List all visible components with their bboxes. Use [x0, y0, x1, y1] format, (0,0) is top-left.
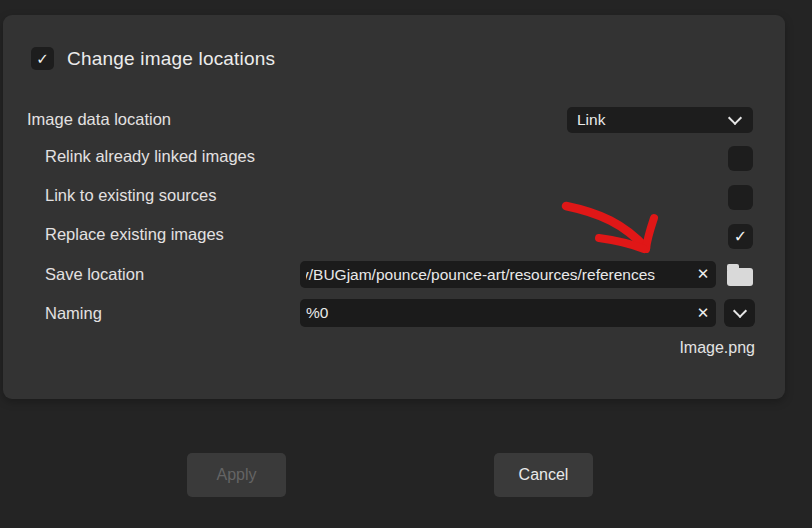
link-existing-checkbox[interactable] [728, 185, 753, 210]
image-data-location-dropdown[interactable]: Link [567, 107, 753, 133]
check-icon: ✓ [36, 50, 49, 68]
check-icon: ✓ [734, 227, 747, 246]
naming-dropdown-button[interactable] [724, 299, 755, 327]
chevron-down-icon [728, 111, 742, 125]
replace-images-checkbox[interactable]: ✓ [728, 224, 753, 249]
folder-icon [727, 268, 753, 286]
change-image-locations-dialog: ✓ Change image locations Image data loca… [3, 15, 785, 399]
replace-images-label: Replace existing images [45, 224, 224, 244]
browse-folder-button[interactable] [727, 265, 755, 287]
preview-filename: Image.png [679, 339, 755, 357]
link-existing-label: Link to existing sources [45, 185, 217, 205]
change-image-locations-checkbox[interactable]: ✓ [31, 47, 54, 70]
save-location-input[interactable] [300, 261, 716, 288]
save-location-label: Save location [45, 264, 144, 284]
naming-input[interactable] [300, 299, 716, 327]
relink-images-checkbox[interactable] [728, 146, 753, 171]
dialog-title: Change image locations [67, 48, 275, 70]
dropdown-selected-value: Link [567, 111, 730, 129]
naming-label: Naming [45, 303, 102, 323]
chevron-down-icon [732, 304, 746, 318]
apply-button[interactable]: Apply [187, 453, 286, 497]
clear-icon[interactable]: ✕ [694, 265, 712, 283]
cancel-button[interactable]: Cancel [494, 453, 593, 497]
image-data-location-label: Image data location [27, 109, 171, 129]
relink-images-label: Relink already linked images [45, 146, 255, 166]
clear-icon[interactable]: ✕ [694, 304, 712, 322]
